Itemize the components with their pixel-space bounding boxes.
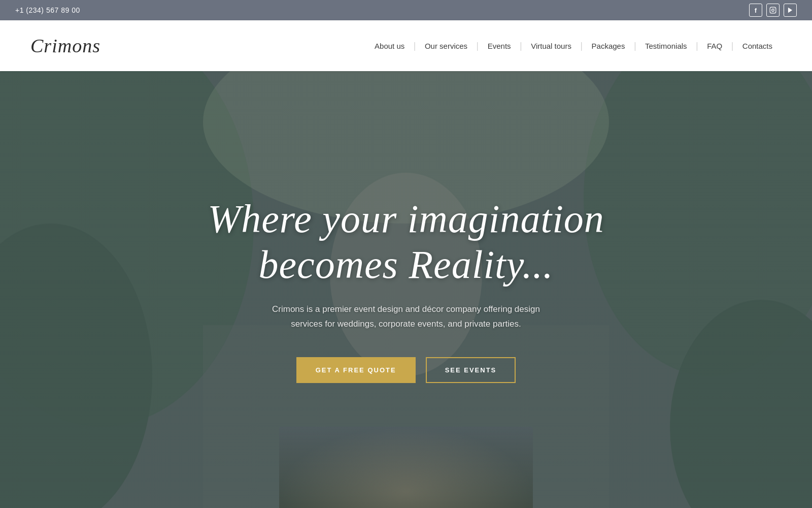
get-quote-button[interactable]: GET A FREE QUOTE bbox=[296, 357, 416, 383]
navbar: Crimons About us | Our services | Events… bbox=[0, 20, 812, 71]
svg-rect-0 bbox=[770, 7, 776, 13]
phone-number: +1 (234) 567 89 00 bbox=[15, 6, 80, 14]
social-icons: f bbox=[749, 4, 797, 17]
svg-marker-3 bbox=[788, 8, 792, 13]
see-events-button[interactable]: SEE EVENTS bbox=[426, 357, 516, 383]
hero-section: Where your imagination becomes Reality..… bbox=[0, 71, 812, 508]
hero-title: Where your imagination becomes Reality..… bbox=[198, 196, 614, 287]
youtube-icon[interactable] bbox=[784, 4, 797, 17]
nav-link-services[interactable]: Our services bbox=[416, 42, 477, 50]
nav-link-contacts[interactable]: Contacts bbox=[733, 42, 782, 50]
nav-item-packages: Packages bbox=[583, 42, 634, 50]
nav-link-virtual[interactable]: Virtual tours bbox=[522, 42, 581, 50]
nav-link-faq[interactable]: FAQ bbox=[698, 42, 731, 50]
hero-buttons: GET A FREE QUOTE SEE EVENTS bbox=[198, 357, 614, 383]
facebook-icon[interactable]: f bbox=[749, 4, 762, 17]
nav-item-about: About us bbox=[365, 42, 414, 50]
svg-point-1 bbox=[772, 9, 774, 12]
nav-link-packages[interactable]: Packages bbox=[583, 42, 634, 50]
instagram-icon[interactable] bbox=[766, 4, 780, 17]
top-bar: +1 (234) 567 89 00 f bbox=[0, 0, 812, 20]
nav-item-faq: FAQ bbox=[698, 42, 731, 50]
nav-item-contacts: Contacts bbox=[733, 42, 782, 50]
hero-content: Where your imagination becomes Reality..… bbox=[178, 196, 634, 383]
hero-subtitle: Crimons is a premier event design and dé… bbox=[198, 302, 614, 332]
hero-bottom-overlay bbox=[279, 427, 533, 508]
nav-link-about[interactable]: About us bbox=[365, 42, 414, 50]
nav-links: About us | Our services | Events | Virtu… bbox=[365, 41, 782, 51]
nav-link-events[interactable]: Events bbox=[479, 42, 520, 50]
hero-bottom-image bbox=[279, 427, 533, 508]
nav-item-virtual: Virtual tours bbox=[522, 42, 581, 50]
svg-point-2 bbox=[774, 8, 775, 9]
nav-item-events: Events bbox=[479, 42, 520, 50]
site-logo[interactable]: Crimons bbox=[30, 35, 100, 57]
nav-link-testimonials[interactable]: Testimonials bbox=[636, 42, 696, 50]
nav-item-testimonials: Testimonials bbox=[636, 42, 696, 50]
nav-item-services: Our services bbox=[416, 42, 477, 50]
